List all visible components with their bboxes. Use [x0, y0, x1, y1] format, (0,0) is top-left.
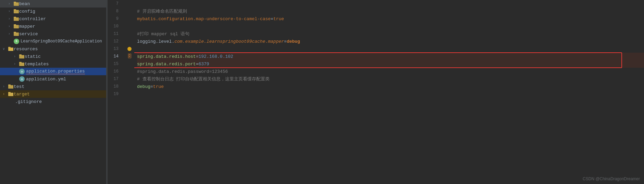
- chevron-right-icon: ›: [8, 17, 13, 21]
- chevron-right-icon: ›: [8, 2, 13, 6]
- line-num-10: 10: [108, 23, 121, 30]
- code-token: =: [271, 16, 273, 22]
- code-token: =: [196, 62, 199, 67]
- gutter-18: [125, 83, 134, 90]
- code-line-12: logging.level.com.example.learnspringboo…: [137, 38, 644, 45]
- svg-rect-16: [19, 62, 22, 63]
- code-token: 192.168.0.102: [198, 54, 233, 59]
- code-content: # 开启驼峰命名匹配规则 mybatis.configuration.map-u…: [134, 0, 644, 184]
- gutter: 🗄: [125, 0, 134, 184]
- code-line-16: #spring.data.redis.password=123456: [137, 68, 644, 75]
- code-token: true: [153, 84, 164, 89]
- svg-rect-14: [19, 54, 22, 56]
- code-token: logging.level.: [137, 39, 174, 44]
- code-line-8: # 开启驼峰命名匹配规则: [137, 8, 644, 15]
- chevron-right-icon: ›: [3, 85, 8, 89]
- sidebar-item-gitignore[interactable]: › .gitignore: [0, 98, 106, 105]
- file-tree: › bean › config › controller › mapper › …: [0, 0, 106, 184]
- sidebar-item-label: static: [25, 54, 41, 59]
- code-line-13: [137, 45, 644, 53]
- chevron-right-icon: ›: [8, 25, 13, 28]
- folder-target-icon: [8, 92, 14, 96]
- line-num-16: 16: [108, 68, 121, 75]
- sidebar-item-test[interactable]: › test: [0, 83, 106, 90]
- code-token: 6379: [198, 62, 209, 67]
- folder-icon: [14, 1, 19, 6]
- code-line-9: mybatis.configuration.map-underscore-to-…: [137, 15, 644, 23]
- folder-icon: [14, 9, 19, 14]
- code-token: mybatis.configuration.map-underscore-to-…: [137, 16, 271, 22]
- sidebar-item-label: test: [14, 84, 24, 89]
- sidebar-item-templates[interactable]: › templates: [0, 60, 106, 68]
- sidebar-item-label: templates: [25, 62, 49, 67]
- line-num-19: 19: [108, 90, 121, 98]
- sidebar-item-label: application.yml: [26, 77, 66, 82]
- sidebar-item-label: service: [19, 31, 38, 37]
- sidebar-item-target[interactable]: › target: [0, 90, 106, 98]
- svg-rect-7: [14, 24, 16, 26]
- gutter-12: [125, 38, 134, 45]
- database-icon: 🗄: [127, 54, 132, 59]
- svg-rect-3: [14, 9, 16, 11]
- line-num-18: 18: [108, 83, 121, 90]
- gutter-15: [125, 60, 134, 68]
- code-line-18: debug=true: [137, 83, 644, 90]
- line-num-11: 11: [108, 30, 121, 38]
- sidebar-item-label: application.properties: [26, 69, 85, 74]
- svg-rect-9: [14, 32, 16, 33]
- code-token: debug: [137, 84, 150, 89]
- sidebar-item-label: config: [19, 9, 35, 14]
- code-editor: 7 8 9 10 11 12 13 14 15 16 17 18 19: [108, 0, 644, 184]
- chevron-right-icon: ›: [8, 10, 13, 13]
- gutter-16: [125, 68, 134, 75]
- code-token: =: [284, 39, 287, 44]
- spring-config-icon: ⚙: [19, 69, 25, 74]
- folder-icon: [8, 84, 14, 89]
- bulb-icon: [127, 47, 132, 51]
- code-line-19: [137, 90, 644, 98]
- code-line-15: spring.data.redis.port=6379: [137, 60, 644, 68]
- code-line-10: [137, 23, 644, 30]
- sidebar-item-application-properties[interactable]: › ⚙ application.properties: [0, 68, 106, 75]
- sidebar-item-config[interactable]: › config: [0, 8, 106, 15]
- sidebar-item-resources[interactable]: ∨ resources: [0, 45, 106, 53]
- chevron-right-icon: ›: [8, 32, 13, 36]
- code-token: spring.data.redis.port: [137, 62, 196, 67]
- code-line-7: [137, 0, 644, 8]
- gutter-9: [125, 15, 134, 23]
- gutter-17: [125, 75, 134, 83]
- sidebar-item-label: controller: [19, 16, 46, 22]
- line-num-8: 8: [108, 8, 121, 15]
- gutter-11: [125, 30, 134, 38]
- sidebar-item-spring-app[interactable]: › S LearnSpringBoot09CacheApplication: [0, 38, 106, 45]
- code-token: #打印 mapper sql 语句: [137, 31, 189, 37]
- svg-rect-12: [9, 48, 13, 51]
- gutter-19: [125, 90, 134, 98]
- sidebar-item-static[interactable]: › static: [0, 53, 106, 60]
- sidebar-item-service[interactable]: › service: [0, 30, 106, 38]
- svg-rect-1: [14, 2, 16, 3]
- chevron-right-icon: ›: [3, 92, 8, 96]
- sidebar-item-bean[interactable]: › bean: [0, 0, 106, 8]
- watermark: CSDN @ChinaDragonDreamer: [583, 176, 640, 181]
- gutter-8: [125, 8, 134, 15]
- svg-rect-5: [14, 17, 16, 18]
- svg-rect-18: [8, 84, 11, 86]
- line-num-7: 7: [108, 0, 121, 8]
- chevron-down-icon: ∨: [3, 47, 8, 51]
- chevron-right-icon: ›: [14, 62, 18, 66]
- sidebar-item-mapper[interactable]: › mapper: [0, 23, 106, 30]
- code-token: # 开启驼峰命名匹配规则: [137, 8, 187, 14]
- folder-icon: [14, 31, 19, 36]
- line-numbers: 7 8 9 10 11 12 13 14 15 16 17 18 19: [108, 0, 125, 184]
- code-token: true: [273, 16, 284, 22]
- gutter-7: [125, 0, 134, 8]
- sidebar-item-application-yml[interactable]: › ⚙ application.yml: [0, 75, 106, 83]
- sidebar-item-controller[interactable]: › controller: [0, 15, 106, 23]
- folder-open-icon: [8, 47, 14, 51]
- folder-icon: [14, 16, 19, 21]
- sidebar-item-label: target: [14, 92, 30, 97]
- folder-icon: [19, 62, 25, 66]
- code-token: =: [196, 54, 199, 59]
- code-token: # 查看控制台日志 打印自动配置相关信息，这里主页看缓存配置类: [137, 76, 270, 82]
